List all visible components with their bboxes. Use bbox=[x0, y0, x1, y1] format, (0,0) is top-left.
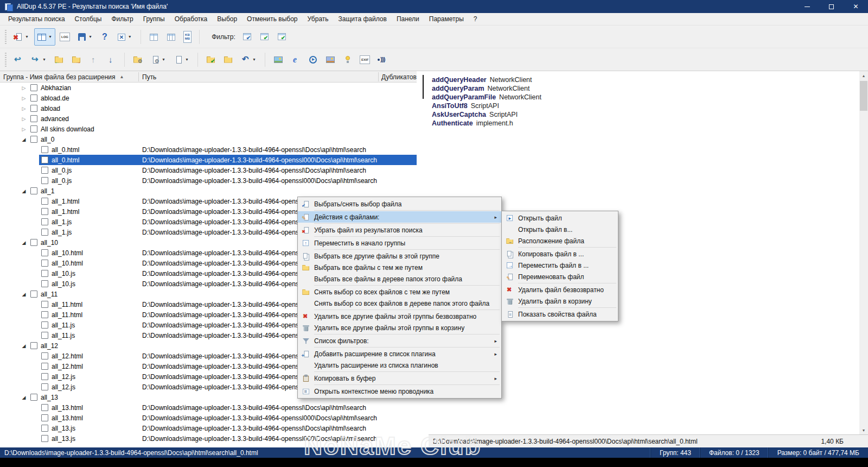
group-row[interactable]: ▷advanced bbox=[0, 113, 417, 124]
checkbox[interactable] bbox=[41, 373, 48, 380]
group-row[interactable]: ◢all_0 bbox=[0, 134, 417, 144]
dropdown-arrow-icon[interactable]: ▾ bbox=[87, 34, 93, 39]
dropdown-arrow-icon[interactable]: ▾ bbox=[251, 57, 257, 62]
checkbox[interactable] bbox=[41, 270, 48, 277]
column-divider[interactable] bbox=[378, 72, 379, 81]
folder-plain-button[interactable] bbox=[221, 51, 236, 68]
menubar-item-2[interactable]: Столбцы bbox=[70, 13, 107, 25]
next-file-button[interactable]: ▾ bbox=[28, 51, 49, 68]
expand-icon[interactable]: ▷ bbox=[21, 116, 27, 122]
group-row[interactable]: ▷abload bbox=[0, 103, 417, 113]
context-menu-item-12[interactable]: Список фильтров:▸ bbox=[298, 335, 501, 346]
checkbox[interactable] bbox=[41, 352, 48, 359]
checkbox[interactable] bbox=[41, 146, 48, 153]
audio-button[interactable] bbox=[374, 51, 390, 68]
column-header-duplicates[interactable]: Дубликатов bbox=[381, 71, 417, 83]
checkbox[interactable] bbox=[41, 301, 48, 308]
folder-settings-button[interactable] bbox=[130, 51, 145, 68]
splitter-caret[interactable] bbox=[423, 75, 424, 99]
exif-button[interactable]: EXIF bbox=[358, 51, 372, 68]
checkbox[interactable] bbox=[30, 115, 37, 122]
checkbox[interactable] bbox=[41, 311, 48, 318]
group-row[interactable]: ▷abload.de bbox=[0, 93, 417, 103]
checkbox[interactable] bbox=[30, 291, 37, 298]
checkbox[interactable] bbox=[30, 94, 37, 102]
arrow-down-button[interactable] bbox=[104, 51, 119, 68]
checkbox[interactable] bbox=[41, 414, 48, 421]
context-menu-item-13[interactable]: Добавить расширение в список плагина▸ bbox=[298, 348, 501, 359]
context-menu-item-2[interactable]: Действия с файлами:▸ bbox=[298, 211, 501, 223]
checkbox[interactable] bbox=[41, 332, 48, 339]
collapse-icon[interactable]: ◢ bbox=[21, 395, 27, 400]
menubar-item-4[interactable]: Группы bbox=[138, 13, 170, 25]
file-row[interactable]: all_0.jsD:\Downloads\image-uploader-1.3.… bbox=[0, 175, 417, 186]
scroll-up-icon[interactable] bbox=[859, 71, 868, 80]
checkbox[interactable] bbox=[41, 404, 48, 411]
maximize-button[interactable] bbox=[819, 0, 844, 13]
expand-icon[interactable]: ▷ bbox=[21, 85, 27, 91]
submenu-item-6[interactable]: Переименовать файл bbox=[502, 271, 618, 282]
checkbox[interactable] bbox=[41, 229, 48, 236]
checkbox[interactable] bbox=[41, 280, 48, 287]
column-header-group[interactable]: Группа - Имя файла без расширения bbox=[3, 71, 124, 83]
checkbox[interactable] bbox=[41, 321, 48, 329]
group-row[interactable]: ▷All skins download bbox=[0, 124, 417, 134]
save-button[interactable]: ▾ bbox=[74, 28, 95, 46]
submenu-item-7[interactable]: Удалить файл безвозвратно bbox=[502, 284, 618, 295]
context-menu-item-1[interactable]: Выбрать/снять выбор файла bbox=[298, 198, 501, 210]
close-button[interactable]: ✕ bbox=[844, 0, 868, 13]
internet-explorer-button[interactable] bbox=[288, 51, 303, 68]
view-columns-button[interactable]: ▾ bbox=[34, 28, 55, 46]
checkbox[interactable] bbox=[30, 136, 37, 143]
dropdown-arrow-icon[interactable]: ▾ bbox=[161, 57, 167, 62]
submenu-item-8[interactable]: Удалить файл в корзину bbox=[502, 295, 618, 307]
checkbox[interactable] bbox=[30, 105, 37, 112]
context-menu-item-4[interactable]: Переместить в начало группы bbox=[298, 237, 501, 249]
context-menu-item-7[interactable]: Выбрать все файлы в дереве папок этого ф… bbox=[298, 273, 501, 285]
checkbox[interactable] bbox=[41, 425, 48, 432]
checkbox[interactable] bbox=[41, 383, 48, 390]
context-menu-item-15[interactable]: Копировать в буфер▸ bbox=[298, 373, 501, 384]
column-layout-1-button[interactable] bbox=[146, 28, 162, 46]
scroll-down-icon[interactable] bbox=[859, 426, 868, 434]
file-settings-button[interactable]: ▾ bbox=[148, 51, 169, 68]
menubar-item-3[interactable]: Фильтр bbox=[106, 13, 138, 25]
column-divider[interactable] bbox=[138, 72, 139, 81]
checkbox[interactable] bbox=[41, 249, 48, 256]
arrow-up-button[interactable] bbox=[86, 51, 101, 68]
menubar-item-9[interactable]: Защита файлов bbox=[334, 13, 392, 25]
file-row[interactable]: all_0.htmlD:\Downloads\image-uploader-1.… bbox=[0, 144, 417, 155]
lamp-button[interactable] bbox=[340, 51, 355, 68]
submenu-item-5[interactable]: Переместить файл в ... bbox=[502, 260, 618, 271]
checkbox[interactable] bbox=[30, 342, 37, 349]
checkbox[interactable] bbox=[41, 208, 48, 215]
filter-green2-button[interactable] bbox=[275, 28, 290, 46]
context-menu-item-8[interactable]: Снять выбор со всех файлов с тем же путе… bbox=[298, 286, 501, 298]
collapse-icon[interactable]: ◢ bbox=[21, 188, 27, 194]
collapse-icon[interactable]: ◢ bbox=[21, 343, 27, 349]
folder-import-button[interactable] bbox=[52, 51, 67, 68]
group-row[interactable]: ◢all_1 bbox=[0, 186, 417, 196]
submenu-item-2[interactable]: Открыть файл в... bbox=[502, 224, 618, 235]
submenu-item-3[interactable]: Расположение файла bbox=[502, 235, 618, 247]
new-file-button[interactable]: ▾ bbox=[171, 51, 192, 68]
collapse-icon[interactable]: ◢ bbox=[21, 240, 27, 245]
column-header-path[interactable]: Путь bbox=[142, 71, 156, 83]
dropdown-arrow-icon[interactable]: ▾ bbox=[184, 57, 190, 62]
column-layout-2-button[interactable] bbox=[164, 28, 179, 46]
checkbox[interactable] bbox=[41, 177, 48, 184]
checkbox[interactable] bbox=[41, 167, 48, 174]
checkbox[interactable] bbox=[41, 363, 48, 370]
menubar-item-6[interactable]: Выбор bbox=[212, 13, 242, 25]
dropdown-arrow-icon[interactable]: ▾ bbox=[24, 34, 30, 39]
menubar-item-12[interactable]: ? bbox=[469, 13, 482, 25]
checkbox[interactable] bbox=[41, 435, 48, 442]
checkbox[interactable] bbox=[30, 187, 37, 194]
file-row[interactable]: all_0.jsD:\Downloads\image-uploader-1.3.… bbox=[0, 165, 417, 175]
menubar-item-11[interactable]: Параметры bbox=[424, 13, 469, 25]
submenu-item-9[interactable]: Показать свойства файла bbox=[502, 308, 618, 320]
filter-green-button[interactable] bbox=[257, 28, 272, 46]
toolbar-grip[interactable] bbox=[5, 30, 7, 44]
undo-button[interactable]: ▾ bbox=[238, 51, 259, 68]
preview-scrollbar[interactable] bbox=[859, 71, 868, 434]
